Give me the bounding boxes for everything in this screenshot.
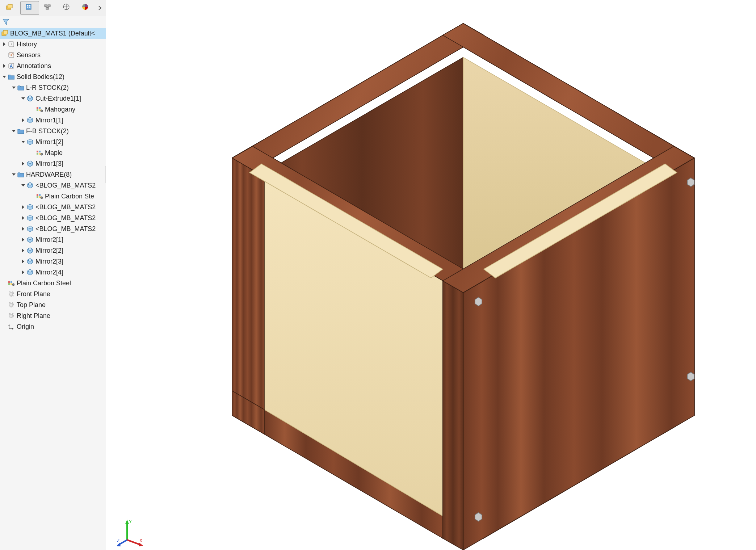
tree-item-hw1[interactable]: <BLOG_MB_MATS2 — [0, 180, 106, 191]
tab-property-manager[interactable] — [20, 1, 39, 15]
triad-x-label: X — [139, 538, 142, 543]
tree-item-mirror1_3[interactable]: Mirror1[3] — [0, 158, 106, 169]
tab-configuration-manager[interactable] — [39, 1, 58, 15]
history-icon — [7, 41, 15, 47]
sensors-icon — [7, 52, 15, 58]
tree-item-origin[interactable]: Origin — [0, 321, 106, 332]
panel-tabs — [0, 0, 106, 16]
tree-root-label: BLOG_MB_MATS1 (Default< — [9, 30, 95, 37]
svg-marker-66 — [139, 543, 143, 546]
tree-twist[interactable] — [1, 76, 7, 78]
tree-item-pcs[interactable]: Plain Carbon Ste — [0, 191, 106, 202]
triad-z-label: Z — [117, 538, 119, 543]
tree-item-history[interactable]: History — [0, 39, 106, 50]
tree-item-mahogany[interactable]: Mahogany — [0, 104, 106, 115]
tree-item-label: History — [16, 41, 37, 48]
tree-item-frontplane[interactable]: Front Plane — [0, 289, 106, 299]
triad-y-label: Y — [129, 519, 132, 524]
tabs-overflow-button[interactable] — [96, 1, 104, 15]
tree-item-solidbodies[interactable]: Solid Bodies(12) — [0, 71, 106, 82]
tree-twist[interactable] — [20, 227, 26, 231]
body-icon — [26, 236, 34, 243]
model-render — [106, 0, 756, 550]
tree-item-cutex1[interactable]: Cut-Extrude1[1] — [0, 93, 106, 104]
tree-item-maple[interactable]: Maple — [0, 147, 106, 158]
feature-manager-panel: BLOG_MB_MATS1 (Default< HistorySensorsAn… — [0, 0, 106, 550]
tree-twist[interactable] — [20, 216, 26, 220]
tree-item-label: Right Plane — [16, 312, 50, 320]
svg-marker-64 — [125, 520, 129, 524]
tree-item-hw2[interactable]: <BLOG_MB_MATS2 — [0, 202, 106, 213]
tree-item-label: Origin — [16, 323, 34, 331]
tree-twist[interactable] — [20, 162, 26, 165]
tree-item-sensors[interactable]: Sensors — [0, 50, 106, 60]
plane-icon — [7, 312, 15, 319]
annot-icon — [7, 63, 15, 69]
svg-marker-60 — [687, 372, 694, 381]
tree-item-mirror2_2[interactable]: Mirror2[2] — [0, 245, 106, 256]
tree-twist[interactable] — [20, 249, 26, 252]
feature-tree-scroll[interactable]: BLOG_MB_MATS1 (Default< HistorySensorsAn… — [0, 28, 106, 550]
material-icon — [7, 280, 15, 286]
body-icon — [26, 204, 34, 210]
tree-item-rightplane[interactable]: Right Plane — [0, 310, 106, 321]
tree-item-label: Mirror2[2] — [35, 247, 63, 255]
material-icon — [35, 150, 43, 156]
tree-item-mirror1_2[interactable]: Mirror1[2] — [0, 137, 106, 147]
tree-item-hardware[interactable]: HARDWARE(8) — [0, 169, 106, 180]
tree-item-label: Top Plane — [16, 301, 46, 309]
tree-twist[interactable] — [1, 64, 7, 68]
tree-item-mirror2_3[interactable]: Mirror2[3] — [0, 256, 106, 267]
tab-feature-tree[interactable] — [1, 1, 20, 15]
app-root: BLOG_MB_MATS1 (Default< HistorySensorsAn… — [0, 0, 756, 550]
tab-dimxpert[interactable] — [58, 1, 77, 15]
tree-twist[interactable] — [20, 118, 26, 122]
tree-item-lrstock[interactable]: L-R STOCK(2) — [0, 82, 106, 93]
tab-appearances[interactable] — [77, 1, 96, 15]
graphics-viewport[interactable]: Y X Z — [106, 0, 756, 550]
tree-item-mirror2_1[interactable]: Mirror2[1] — [0, 234, 106, 245]
tree-item-label: Mirror1[1] — [35, 117, 63, 124]
tree-item-label: Mirror2[4] — [35, 269, 63, 276]
svg-marker-61 — [475, 297, 482, 306]
tree-item-mirror2_4[interactable]: Mirror2[4] — [0, 267, 106, 278]
tree-twist[interactable] — [11, 173, 17, 176]
tree-twist[interactable] — [20, 141, 26, 143]
material-icon — [35, 193, 43, 200]
tree-item-label: Mirror1[3] — [35, 160, 63, 168]
material-icon — [35, 106, 43, 113]
tree-item-mirror1_1[interactable]: Mirror1[1] — [0, 115, 106, 126]
body-icon — [26, 95, 34, 102]
tree-item-topmat[interactable]: Plain Carbon Steel — [0, 278, 106, 289]
tree-item-hw4[interactable]: <BLOG_MB_MATS2 — [0, 223, 106, 234]
tree-twist[interactable] — [1, 42, 7, 46]
tree-item-label: Cut-Extrude1[1] — [35, 95, 81, 102]
view-triad[interactable]: Y X Z — [117, 518, 146, 547]
tree-twist[interactable] — [20, 205, 26, 209]
filter-icon[interactable] — [2, 18, 9, 26]
folder-icon — [17, 84, 25, 91]
tree-item-label: <BLOG_MB_MATS2 — [35, 182, 96, 189]
tree-twist[interactable] — [20, 184, 26, 186]
svg-marker-62 — [475, 513, 482, 521]
tree-twist[interactable] — [11, 130, 17, 132]
tree-twist[interactable] — [20, 238, 26, 242]
tree-twist[interactable] — [20, 97, 26, 100]
tree-item-label: Mirror2[3] — [35, 258, 63, 265]
tree-item-topplane[interactable]: Top Plane — [0, 299, 106, 310]
tree-item-label: Plain Carbon Steel — [16, 280, 71, 287]
tree-item-label: <BLOG_MB_MATS2 — [35, 225, 96, 233]
tree-item-label: <BLOG_MB_MATS2 — [35, 214, 96, 222]
tree-item-annotations[interactable]: Annotations — [0, 60, 106, 71]
plane-icon — [7, 291, 15, 297]
tree-item-label: HARDWARE(8) — [25, 171, 72, 179]
folder-icon — [17, 171, 25, 178]
origin-icon — [7, 323, 15, 330]
tree-item-fbstock[interactable]: F-B STOCK(2) — [0, 126, 106, 137]
tree-twist[interactable] — [20, 270, 26, 274]
tree-twist[interactable] — [11, 87, 17, 89]
tree-item-hw3[interactable]: <BLOG_MB_MATS2 — [0, 213, 106, 223]
tree-root[interactable]: BLOG_MB_MATS1 (Default< — [0, 28, 106, 39]
tree-item-label: Sensors — [16, 51, 41, 59]
tree-twist[interactable] — [20, 260, 26, 263]
